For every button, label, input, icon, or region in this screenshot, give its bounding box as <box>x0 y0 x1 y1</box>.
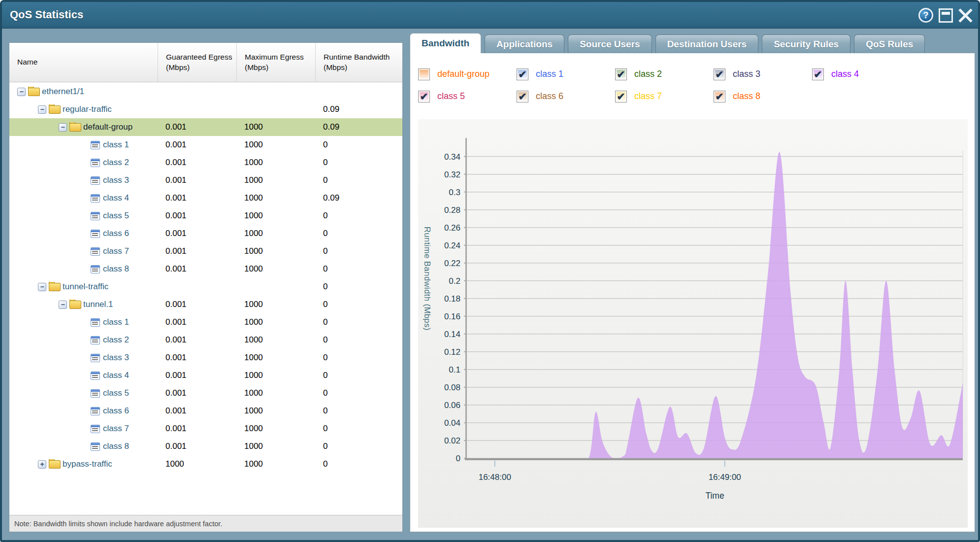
table-row[interactable]: class 10.00110000 <box>9 136 402 154</box>
close-icon[interactable] <box>958 8 973 23</box>
table-row[interactable]: class 20.00110000 <box>9 154 402 171</box>
table-row[interactable]: class 30.00110000 <box>9 171 402 189</box>
table-row[interactable]: −ethernet1/1 <box>9 83 402 101</box>
tree-node-label: class 8 <box>103 441 129 451</box>
table-row[interactable]: class 20.00110000 <box>9 331 402 349</box>
tab-bandwidth[interactable]: Bandwidth <box>410 33 481 53</box>
column-header-runtime-bandwidth: Runtime Bandwidth (Mbps) <box>316 43 402 82</box>
maximum-egress-value: 1000 <box>237 158 316 168</box>
maximum-egress-value: 1000 <box>237 371 316 380</box>
table-row[interactable]: class 60.00110000 <box>9 225 402 242</box>
checkbox-class-2[interactable]: ✔ <box>615 68 627 80</box>
checkbox-class-6[interactable]: ✔ <box>517 91 528 102</box>
guaranteed-egress-value: 0.001 <box>158 175 237 185</box>
class-legend: default-group✔class 1✔class 2✔class 3✔cl… <box>418 63 960 107</box>
table-row[interactable]: −tunnel-traffic0 <box>9 278 402 296</box>
table-row[interactable]: class 10.00110000 <box>9 313 402 331</box>
legend-label: default-group <box>437 69 490 79</box>
runtime-bandwidth-value: 0 <box>316 211 402 221</box>
guaranteed-egress-value: 0.001 <box>158 335 237 345</box>
table-row[interactable]: class 80.00110000 <box>9 260 402 278</box>
guaranteed-egress-value: 0.001 <box>158 406 237 416</box>
maximum-egress-value: 1000 <box>237 353 316 363</box>
tab-qos-rules[interactable]: QoS Rules <box>854 34 925 53</box>
checkbox-class-8[interactable]: ✔ <box>714 91 725 102</box>
guaranteed-egress-value: 0.001 <box>158 388 237 398</box>
guaranteed-egress-value: 0.001 <box>158 193 237 203</box>
table-row[interactable]: class 70.00110000 <box>9 242 402 260</box>
checkbox-default-group[interactable] <box>418 68 430 80</box>
table-row[interactable]: class 60.00110000 <box>9 402 402 420</box>
table-row[interactable]: −default-group0.00110000.09 <box>9 118 402 136</box>
tree-node-label: class 3 <box>103 175 129 185</box>
maximum-egress-value: 1000 <box>237 441 316 451</box>
table-row[interactable]: class 50.00110000 <box>9 384 402 402</box>
class-icon <box>91 159 100 167</box>
title-bar: QoS Statistics ? <box>2 2 978 29</box>
expand-icon[interactable]: + <box>38 460 46 469</box>
runtime-bandwidth-value: 0 <box>316 353 402 363</box>
collapse-icon[interactable]: − <box>59 123 67 132</box>
table-row[interactable]: −tunnel.10.00110000 <box>9 296 402 313</box>
y-tick-label: 0 <box>456 454 460 463</box>
column-header-maximum-egress: Maximum Egress (Mbps) <box>237 43 316 82</box>
table-row[interactable]: class 80.00110000 <box>9 438 402 455</box>
table-row[interactable]: class 40.00110000.09 <box>9 189 402 207</box>
tree-name-cell: class 1 <box>9 140 158 150</box>
table-row[interactable]: −regular-traffic0.09 <box>9 101 402 118</box>
tree-name-cell: −tunnel.1 <box>9 300 158 309</box>
y-tick-label: 0.2 <box>449 276 460 286</box>
collapse-icon[interactable]: − <box>38 283 46 291</box>
checkbox-class-1[interactable]: ✔ <box>517 68 528 80</box>
maximum-egress-value: 1000 <box>237 317 316 327</box>
tab-security-rules[interactable]: Security Rules <box>762 34 850 53</box>
runtime-bandwidth-value: 0.09 <box>316 193 402 203</box>
tree-name-cell: class 8 <box>9 441 158 451</box>
table-row[interactable]: class 40.00110000 <box>9 367 402 384</box>
maximum-egress-value: 1000 <box>237 246 316 256</box>
y-tick-label: 0.3 <box>449 188 460 197</box>
bandwidth-chart: 00.020.040.060.080.10.120.140.160.180.20… <box>418 119 968 528</box>
y-tick-label: 0.24 <box>444 241 460 250</box>
runtime-bandwidth-value: 0 <box>316 317 402 327</box>
y-tick-label: 0.28 <box>444 205 460 215</box>
collapse-icon[interactable]: − <box>17 88 26 96</box>
tab-destination-users[interactable]: Destination Users <box>655 34 759 53</box>
table-row[interactable]: +bypass-traffic100010000 <box>9 455 402 473</box>
y-tick-label: 0.26 <box>444 223 460 233</box>
area-chart-canvas: 00.020.040.060.080.10.120.140.160.180.20… <box>418 119 968 528</box>
class-icon <box>91 194 100 203</box>
tree-node-label: class 6 <box>103 406 129 416</box>
legend-label: class 7 <box>634 91 662 102</box>
runtime-bandwidth-value: 0 <box>316 140 402 150</box>
tree-name-cell: class 3 <box>9 353 158 363</box>
maximum-egress-value: 1000 <box>237 388 316 398</box>
tree-name-cell: +bypass-traffic <box>9 459 158 469</box>
tree-name-cell: class 6 <box>9 229 158 238</box>
table-row[interactable]: class 70.00110000 <box>9 420 402 438</box>
checkbox-class-5[interactable]: ✔ <box>418 91 430 102</box>
checkbox-class-4[interactable]: ✔ <box>812 68 824 80</box>
checkbox-class-3[interactable]: ✔ <box>714 68 725 80</box>
restore-icon[interactable] <box>939 8 953 23</box>
maximum-egress-value: 1000 <box>237 300 316 309</box>
collapse-icon[interactable]: − <box>59 301 67 309</box>
runtime-bandwidth-value: 0 <box>316 424 402 434</box>
tab-source-users[interactable]: Source Users <box>568 34 652 53</box>
checkbox-class-7[interactable]: ✔ <box>615 91 627 102</box>
table-row[interactable]: class 50.00110000 <box>9 207 402 225</box>
table-row[interactable]: class 30.00110000 <box>9 349 402 367</box>
help-icon[interactable]: ? <box>918 8 933 23</box>
tab-applications[interactable]: Applications <box>485 34 564 53</box>
tree-node-label: class 1 <box>103 317 129 327</box>
tree-node-label: class 5 <box>103 388 129 398</box>
runtime-bandwidth-value: 0 <box>316 459 402 469</box>
tree-node-label: tunnel-traffic <box>63 282 108 292</box>
legend-label: class 6 <box>536 91 563 102</box>
window-buttons: ? <box>918 8 973 23</box>
legend-item: ✔class 2 <box>615 63 714 85</box>
class-icon <box>91 425 100 433</box>
runtime-bandwidth-value: 0 <box>316 406 402 416</box>
collapse-icon[interactable]: − <box>38 105 46 114</box>
tree-node-label: bypass-traffic <box>63 459 112 469</box>
